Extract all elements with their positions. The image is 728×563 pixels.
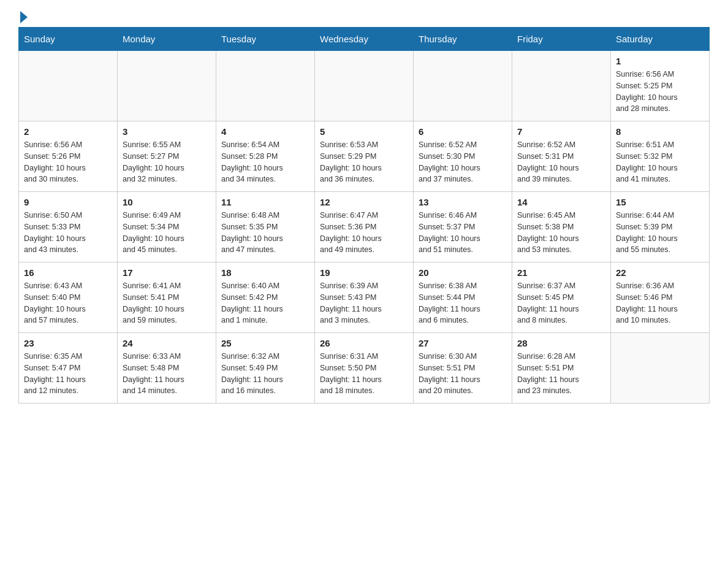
day-number: 2 (24, 126, 112, 137)
day-number: 10 (123, 197, 211, 207)
day-info: Sunrise: 6:54 AMSunset: 5:28 PMDaylight:… (221, 139, 309, 185)
day-info: Sunrise: 6:30 AMSunset: 5:51 PMDaylight:… (419, 351, 507, 397)
day-number: 3 (123, 126, 211, 137)
calendar-day: 5Sunrise: 6:53 AMSunset: 5:29 PMDaylight… (315, 121, 414, 192)
day-info: Sunrise: 6:28 AMSunset: 5:51 PMDaylight:… (517, 351, 605, 397)
day-info: Sunrise: 6:44 AMSunset: 5:39 PMDaylight:… (616, 210, 704, 256)
calendar-day: 23Sunrise: 6:35 AMSunset: 5:47 PMDayligh… (19, 333, 118, 404)
day-number: 21 (517, 267, 605, 278)
day-info: Sunrise: 6:36 AMSunset: 5:46 PMDaylight:… (616, 280, 704, 326)
calendar-day: 13Sunrise: 6:46 AMSunset: 5:37 PMDayligh… (414, 192, 512, 262)
day-info: Sunrise: 6:51 AMSunset: 5:32 PMDaylight:… (616, 139, 704, 185)
calendar-day: 18Sunrise: 6:40 AMSunset: 5:42 PMDayligh… (216, 262, 315, 333)
day-info: Sunrise: 6:31 AMSunset: 5:50 PMDaylight:… (320, 351, 408, 397)
calendar-table: SundayMondayTuesdayWednesdayThursdayFrid… (18, 27, 710, 404)
day-info: Sunrise: 6:45 AMSunset: 5:38 PMDaylight:… (517, 210, 605, 256)
calendar-day: 8Sunrise: 6:51 AMSunset: 5:32 PMDaylight… (611, 121, 710, 192)
day-number: 6 (419, 126, 507, 137)
day-info: Sunrise: 6:33 AMSunset: 5:48 PMDaylight:… (123, 351, 211, 397)
day-info: Sunrise: 6:35 AMSunset: 5:47 PMDaylight:… (24, 351, 112, 397)
day-number: 26 (320, 338, 408, 348)
calendar-day (611, 333, 710, 404)
day-number: 12 (320, 197, 408, 207)
day-number: 20 (419, 267, 507, 278)
day-info: Sunrise: 6:49 AMSunset: 5:34 PMDaylight:… (123, 210, 211, 256)
calendar-day: 9Sunrise: 6:50 AMSunset: 5:33 PMDaylight… (19, 192, 118, 262)
day-info: Sunrise: 6:37 AMSunset: 5:45 PMDaylight:… (517, 280, 605, 326)
calendar-day: 27Sunrise: 6:30 AMSunset: 5:51 PMDayligh… (414, 333, 512, 404)
calendar-day (216, 51, 315, 121)
calendar-day: 22Sunrise: 6:36 AMSunset: 5:46 PMDayligh… (611, 262, 710, 333)
day-info: Sunrise: 6:55 AMSunset: 5:27 PMDaylight:… (123, 139, 211, 185)
calendar-header-row: SundayMondayTuesdayWednesdayThursdayFrid… (19, 28, 710, 51)
day-number: 5 (320, 126, 408, 137)
calendar-week-5: 23Sunrise: 6:35 AMSunset: 5:47 PMDayligh… (19, 333, 710, 404)
day-info: Sunrise: 6:50 AMSunset: 5:33 PMDaylight:… (24, 210, 112, 256)
calendar-day: 28Sunrise: 6:28 AMSunset: 5:51 PMDayligh… (512, 333, 611, 404)
calendar-day: 6Sunrise: 6:52 AMSunset: 5:30 PMDaylight… (414, 121, 512, 192)
calendar-day: 2Sunrise: 6:56 AMSunset: 5:26 PMDaylight… (19, 121, 118, 192)
weekday-header-monday: Monday (118, 28, 216, 51)
weekday-header-tuesday: Tuesday (216, 28, 315, 51)
day-info: Sunrise: 6:43 AMSunset: 5:40 PMDaylight:… (24, 280, 112, 326)
calendar-week-3: 9Sunrise: 6:50 AMSunset: 5:33 PMDaylight… (19, 192, 710, 262)
calendar-day: 1Sunrise: 6:56 AMSunset: 5:25 PMDaylight… (611, 51, 710, 121)
weekday-header-wednesday: Wednesday (315, 28, 414, 51)
calendar-week-1: 1Sunrise: 6:56 AMSunset: 5:25 PMDaylight… (19, 51, 710, 121)
day-number: 22 (616, 267, 704, 278)
day-number: 15 (616, 197, 704, 207)
calendar-day: 21Sunrise: 6:37 AMSunset: 5:45 PMDayligh… (512, 262, 611, 333)
day-number: 9 (24, 197, 112, 207)
logo (18, 12, 28, 21)
calendar-day: 19Sunrise: 6:39 AMSunset: 5:43 PMDayligh… (315, 262, 414, 333)
calendar-day: 11Sunrise: 6:48 AMSunset: 5:35 PMDayligh… (216, 192, 315, 262)
day-number: 8 (616, 126, 704, 137)
calendar-day: 12Sunrise: 6:47 AMSunset: 5:36 PMDayligh… (315, 192, 414, 262)
calendar-day: 4Sunrise: 6:54 AMSunset: 5:28 PMDaylight… (216, 121, 315, 192)
calendar-day (414, 51, 512, 121)
day-info: Sunrise: 6:52 AMSunset: 5:31 PMDaylight:… (517, 139, 605, 185)
day-info: Sunrise: 6:47 AMSunset: 5:36 PMDaylight:… (320, 210, 408, 256)
day-number: 11 (221, 197, 309, 207)
day-number: 14 (517, 197, 605, 207)
calendar-week-4: 16Sunrise: 6:43 AMSunset: 5:40 PMDayligh… (19, 262, 710, 333)
day-info: Sunrise: 6:46 AMSunset: 5:37 PMDaylight:… (419, 210, 507, 256)
day-info: Sunrise: 6:39 AMSunset: 5:43 PMDaylight:… (320, 280, 408, 326)
calendar-day (315, 51, 414, 121)
day-info: Sunrise: 6:53 AMSunset: 5:29 PMDaylight:… (320, 139, 408, 185)
day-number: 25 (221, 338, 309, 348)
day-info: Sunrise: 6:40 AMSunset: 5:42 PMDaylight:… (221, 280, 309, 326)
day-number: 16 (24, 267, 112, 278)
calendar-day: 17Sunrise: 6:41 AMSunset: 5:41 PMDayligh… (118, 262, 216, 333)
calendar-day: 20Sunrise: 6:38 AMSunset: 5:44 PMDayligh… (414, 262, 512, 333)
day-number: 19 (320, 267, 408, 278)
calendar-day: 7Sunrise: 6:52 AMSunset: 5:31 PMDaylight… (512, 121, 611, 192)
calendar-day: 14Sunrise: 6:45 AMSunset: 5:38 PMDayligh… (512, 192, 611, 262)
day-number: 27 (419, 338, 507, 348)
calendar-day (118, 51, 216, 121)
calendar-day: 24Sunrise: 6:33 AMSunset: 5:48 PMDayligh… (118, 333, 216, 404)
calendar-day: 10Sunrise: 6:49 AMSunset: 5:34 PMDayligh… (118, 192, 216, 262)
day-number: 4 (221, 126, 309, 137)
day-info: Sunrise: 6:32 AMSunset: 5:49 PMDaylight:… (221, 351, 309, 397)
calendar-day: 3Sunrise: 6:55 AMSunset: 5:27 PMDaylight… (118, 121, 216, 192)
day-info: Sunrise: 6:38 AMSunset: 5:44 PMDaylight:… (419, 280, 507, 326)
day-info: Sunrise: 6:41 AMSunset: 5:41 PMDaylight:… (123, 280, 211, 326)
day-number: 23 (24, 338, 112, 348)
day-number: 17 (123, 267, 211, 278)
day-number: 13 (419, 197, 507, 207)
day-number: 28 (517, 338, 605, 348)
day-number: 7 (517, 126, 605, 137)
calendar-day: 25Sunrise: 6:32 AMSunset: 5:49 PMDayligh… (216, 333, 315, 404)
day-number: 24 (123, 338, 211, 348)
day-info: Sunrise: 6:52 AMSunset: 5:30 PMDaylight:… (419, 139, 507, 185)
day-number: 18 (221, 267, 309, 278)
day-info: Sunrise: 6:56 AMSunset: 5:25 PMDaylight:… (616, 69, 704, 115)
weekday-header-friday: Friday (512, 28, 611, 51)
day-info: Sunrise: 6:56 AMSunset: 5:26 PMDaylight:… (24, 139, 112, 185)
weekday-header-thursday: Thursday (414, 28, 512, 51)
weekday-header-sunday: Sunday (19, 28, 118, 51)
logo-arrow-icon (20, 11, 28, 23)
day-info: Sunrise: 6:48 AMSunset: 5:35 PMDaylight:… (221, 210, 309, 256)
calendar-week-2: 2Sunrise: 6:56 AMSunset: 5:26 PMDaylight… (19, 121, 710, 192)
